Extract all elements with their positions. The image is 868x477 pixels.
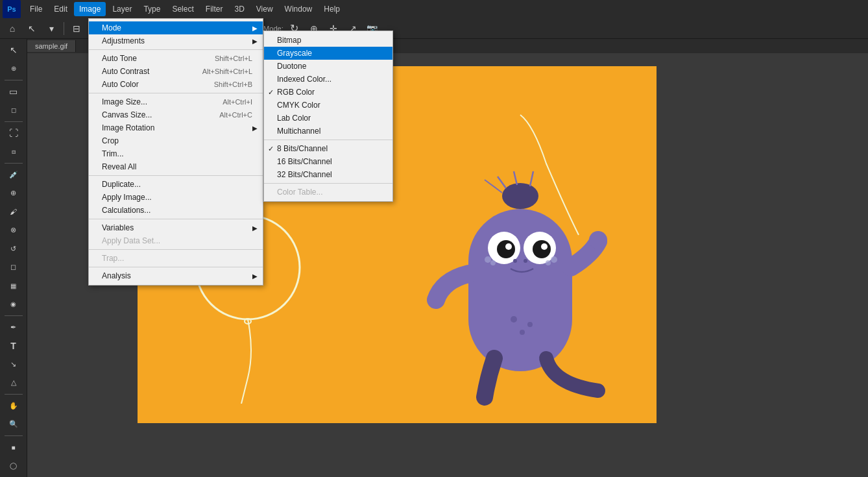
analysis-menu-item[interactable]: Analysis (89, 269, 263, 282)
healing-tool[interactable]: ⊕ (4, 184, 23, 202)
gradient-tool[interactable]: ▦ (4, 277, 23, 295)
menu-window[interactable]: Window (280, 2, 318, 16)
image-rotation-menu-item[interactable]: Image Rotation (89, 121, 263, 134)
eyedropper-tool[interactable]: 💉 (4, 166, 23, 184)
lab-color-label: Lab Color (277, 114, 311, 123)
calculations-menu-item[interactable]: Calculations... (89, 204, 263, 217)
crop-tool[interactable]: ⛶ (4, 125, 23, 142)
auto-contrast-shortcut: Alt+Shift+Ctrl+L (202, 67, 252, 75)
32-bits-item[interactable]: 32 Bits/Channel (264, 168, 392, 181)
menu-sep-6 (89, 267, 263, 267)
artboard-tool[interactable]: ⊕ (4, 60, 23, 78)
shape-tool[interactable]: △ (4, 374, 23, 392)
svg-point-13 (541, 243, 548, 250)
duotone-mode-item[interactable]: Duotone (264, 60, 392, 73)
trim-menu-item[interactable]: Trim... (89, 147, 263, 160)
menu-select[interactable]: Select (167, 2, 199, 16)
move-tool-button[interactable]: ↖ (23, 20, 40, 37)
menu-image[interactable]: Image (74, 2, 106, 16)
image-rotation-label: Image Rotation (102, 123, 154, 132)
lasso-tool[interactable]: ◻ (4, 101, 23, 119)
tool-sep-4 (5, 315, 23, 316)
lab-color-mode-item[interactable]: Lab Color (264, 112, 392, 125)
clone-tool[interactable]: ⊗ (4, 221, 23, 239)
foreground-color[interactable]: ■ (4, 439, 23, 456)
auto-tone-menu-item[interactable]: Auto Tone Shift+Ctrl+L (89, 52, 263, 65)
menu-sep-2 (89, 93, 263, 93)
cmyk-color-mode-item[interactable]: CMYK Color (264, 99, 392, 112)
mode-menu-item[interactable]: Mode (89, 21, 263, 34)
multichannel-label: Multichannel (277, 127, 320, 136)
color-table-item[interactable]: Color Table... (264, 186, 392, 199)
menu-view[interactable]: View (251, 2, 278, 16)
menu-layer[interactable]: Layer (107, 2, 137, 16)
analysis-label: Analysis (102, 271, 131, 280)
menu-help[interactable]: Help (319, 2, 345, 16)
menu-filter[interactable]: Filter (200, 2, 228, 16)
apply-data-set-menu-item[interactable]: Apply Data Set... (89, 234, 263, 247)
quick-mask-tool[interactable]: ◯ (4, 458, 23, 475)
variables-menu-item[interactable]: Variables (89, 221, 263, 234)
auto-contrast-menu-item[interactable]: Auto Contrast Alt+Shift+Ctrl+L (89, 65, 263, 78)
trap-label: Trap... (102, 254, 124, 263)
adjustments-menu-item[interactable]: Adjustments (89, 34, 263, 47)
menu-3d[interactable]: 3D (229, 2, 249, 16)
history-brush-tool[interactable]: ↺ (4, 240, 23, 258)
menu-sep-5 (89, 249, 263, 250)
crop-menu-item[interactable]: Crop (89, 134, 263, 147)
move-tool[interactable]: ↖ (4, 42, 23, 59)
eraser-tool[interactable]: ◻ (4, 259, 23, 276)
crop-label: Crop (102, 136, 119, 145)
indexed-color-mode-item[interactable]: Indexed Color... (264, 73, 392, 86)
duplicate-menu-item[interactable]: Duplicate... (89, 178, 263, 191)
calculations-label: Calculations... (102, 206, 151, 215)
svg-point-22 (527, 322, 533, 327)
tool-sep-6 (5, 435, 23, 436)
variables-label: Variables (102, 223, 134, 232)
menu-file[interactable]: File (25, 2, 47, 16)
menu-sep-3 (89, 175, 263, 176)
16-bits-item[interactable]: 16 Bits/Channel (264, 155, 392, 168)
home-button[interactable]: ⌂ (4, 20, 21, 37)
type-tool[interactable]: T (4, 337, 23, 355)
left-toolpanel: ↖ ⊕ ▭ ◻ ⛶ ⧈ 💉 ⊕ 🖌 ⊗ ↺ ◻ ▦ ◉ ✒ T ↘ △ ✋ 🔍 … (0, 39, 27, 477)
canvas-size-label: Canvas Size... (102, 110, 152, 119)
duotone-label: Duotone (277, 62, 306, 71)
zoom-tool[interactable]: 🔍 (4, 416, 23, 434)
menu-edit[interactable]: Edit (49, 2, 73, 16)
apply-image-menu-item[interactable]: Apply Image... (89, 191, 263, 204)
grayscale-mode-item[interactable]: Grayscale (264, 47, 392, 60)
multichannel-mode-item[interactable]: Multichannel (264, 125, 392, 138)
svg-point-21 (511, 316, 517, 323)
svg-point-16 (551, 256, 557, 263)
auto-color-menu-item[interactable]: Auto Color Shift+Ctrl+B (89, 78, 263, 91)
image-size-menu-item[interactable]: Image Size... Alt+Ctrl+I (89, 95, 263, 108)
apply-image-label: Apply Image... (102, 193, 152, 202)
canvas-tab[interactable]: sample.gif (27, 40, 76, 52)
reveal-all-menu-item[interactable]: Reveal All (89, 160, 263, 173)
svg-point-12 (505, 243, 512, 250)
mode-sep-1 (264, 140, 392, 140)
hand-tool[interactable]: ✋ (4, 397, 23, 415)
align1-button[interactable]: ⊟ (68, 20, 85, 37)
menu-type[interactable]: Type (138, 2, 165, 16)
frame-tool[interactable]: ⧈ (4, 143, 23, 160)
grayscale-label: Grayscale (277, 49, 312, 58)
svg-point-23 (520, 330, 525, 335)
mode-submenu-dropdown: Bitmap Grayscale Duotone Indexed Color..… (263, 31, 393, 202)
move-arrow-button[interactable]: ▾ (43, 20, 60, 37)
trap-menu-item[interactable]: Trap... (89, 252, 263, 265)
brush-tool[interactable]: 🖌 (4, 203, 23, 221)
blur-tool[interactable]: ◉ (4, 296, 23, 313)
tool-sep-1 (5, 80, 23, 80)
8-bits-item[interactable]: 8 Bits/Channel (264, 142, 392, 155)
reveal-all-label: Reveal All (102, 162, 136, 171)
rgb-color-mode-item[interactable]: RGB Color (264, 86, 392, 99)
canvas-size-menu-item[interactable]: Canvas Size... Alt+Ctrl+C (89, 108, 263, 121)
pen-tool[interactable]: ✒ (4, 319, 23, 336)
path-select-tool[interactable]: ↘ (4, 356, 23, 373)
bitmap-mode-item[interactable]: Bitmap (264, 34, 392, 47)
bitmap-label: Bitmap (277, 36, 301, 45)
rectangular-marquee-tool[interactable]: ▭ (4, 83, 23, 101)
auto-tone-label: Auto Tone (102, 54, 137, 63)
